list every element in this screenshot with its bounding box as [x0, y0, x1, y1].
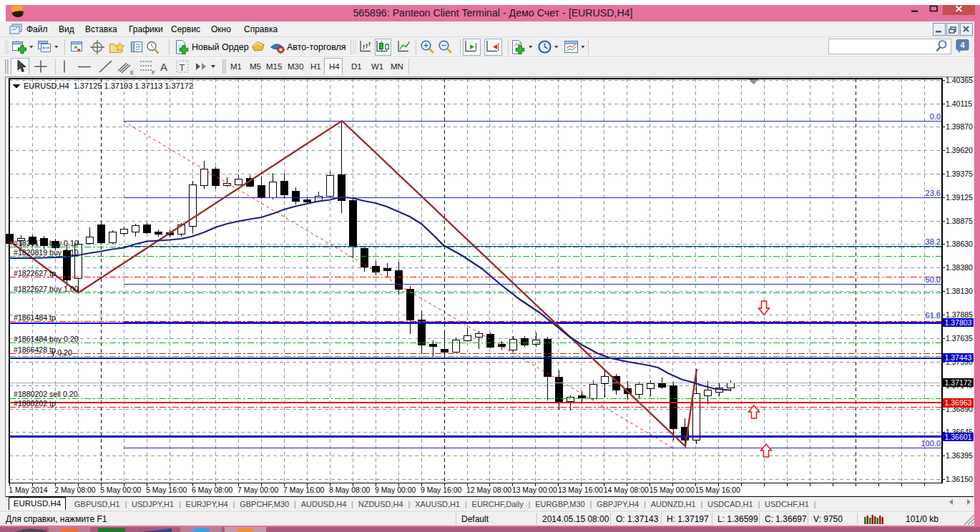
- svg-text:61.8: 61.8: [926, 311, 941, 320]
- svg-text:6 May 08:00: 6 May 08:00: [192, 486, 232, 494]
- svg-text:1.36601: 1.36601: [945, 433, 972, 441]
- svg-text:1.39125: 1.39125: [946, 193, 973, 202]
- svg-text:14 May 08:00: 14 May 08:00: [604, 486, 649, 494]
- svg-text:1.37803: 1.37803: [945, 318, 972, 327]
- svg-text:#1861484 tp: #1861484 tp: [14, 313, 56, 322]
- svg-text:1.38130: 1.38130: [946, 287, 973, 295]
- svg-text:0.0: 0.0: [930, 112, 941, 121]
- svg-text:38.2: 38.2: [926, 237, 941, 246]
- svg-text:23.6: 23.6: [926, 189, 941, 197]
- svg-text:100.0: 100.0: [921, 439, 941, 448]
- svg-text:y 0.20: y 0.20: [52, 348, 72, 357]
- svg-text:1.36150: 1.36150: [946, 475, 973, 483]
- svg-text:5 May 16:00: 5 May 16:00: [146, 486, 187, 494]
- svg-text:1.37172: 1.37172: [945, 378, 972, 387]
- svg-text:1.36395: 1.36395: [946, 451, 973, 460]
- svg-text:#1820176 buy 0.10: #1820176 buy 0.10: [14, 239, 79, 247]
- svg-text:9 May 00:00: 9 May 00:00: [375, 486, 416, 494]
- svg-text:1.37443: 1.37443: [945, 353, 972, 362]
- svg-text:1 May 2014: 1 May 2014: [9, 486, 48, 494]
- svg-text:13 May 00:00: 13 May 00:00: [512, 486, 557, 494]
- svg-text:1.38630: 1.38630: [946, 240, 973, 248]
- svg-text:50.0: 50.0: [926, 275, 941, 284]
- svg-text:M30: M30: [288, 62, 303, 71]
- svg-text:7 May 16:00: 7 May 16:00: [283, 486, 324, 494]
- svg-text:MN: MN: [391, 62, 403, 71]
- svg-text:1.39620: 1.39620: [946, 146, 973, 154]
- svg-text:7 May 00:00: 7 May 00:00: [237, 486, 278, 494]
- svg-text:8 May 08:00: 8 May 08:00: [329, 486, 370, 494]
- svg-text:15 May 16:00: 15 May 16:00: [695, 486, 740, 494]
- svg-text:1.38875: 1.38875: [946, 217, 973, 225]
- svg-text:#1880202 sell 0.20: #1880202 sell 0.20: [14, 390, 78, 398]
- svg-text:15 May 00:00: 15 May 00:00: [650, 486, 695, 494]
- svg-text:1.36963: 1.36963: [945, 398, 972, 407]
- svg-text:#1861484 buy 0.20: #1861484 buy 0.20: [14, 335, 79, 343]
- svg-text:1.39870: 1.39870: [946, 122, 973, 131]
- svg-text:5 May 00:00: 5 May 00:00: [100, 486, 141, 494]
- svg-text:Новый Ордер: Новый Ордер: [192, 42, 249, 52]
- svg-text:9 May 16:00: 9 May 16:00: [421, 486, 461, 494]
- svg-text:4: 4: [960, 41, 965, 49]
- svg-text:H4: H4: [329, 62, 340, 71]
- svg-text:1.38380: 1.38380: [946, 263, 973, 272]
- svg-text:EURUSD,H4 1.37125 1.37193 1.3: EURUSD,H4 1.37125 1.37193 1.37113 1.3717…: [24, 82, 193, 90]
- svg-text:H1: H1: [310, 62, 321, 71]
- svg-text:1.37885: 1.37885: [946, 310, 973, 319]
- svg-text:#1820819 buy 0.10: #1820819 buy 0.10: [14, 248, 79, 257]
- svg-text:1.37635: 1.37635: [946, 334, 973, 343]
- svg-text:A: A: [160, 61, 167, 73]
- svg-text:#1822627 buy 1.00: #1822627 buy 1.00: [14, 285, 79, 293]
- svg-text:Авто-торговля: Авто-торговля: [287, 42, 346, 52]
- svg-text:#1866428 tp: #1866428 tp: [14, 345, 56, 354]
- svg-text:1.40115: 1.40115: [946, 99, 972, 108]
- svg-text:T: T: [180, 62, 185, 73]
- svg-text:#1822627 tp: #1822627 tp: [14, 269, 56, 277]
- svg-text:D1: D1: [351, 62, 362, 71]
- svg-text:1.40365: 1.40365: [946, 76, 973, 84]
- svg-text:M1: M1: [230, 62, 242, 71]
- svg-text:2 May 08:00: 2 May 08:00: [54, 486, 95, 494]
- svg-text:M5: M5: [250, 62, 261, 71]
- svg-text:13 May 16:00: 13 May 16:00: [558, 486, 603, 494]
- svg-text:1.39375: 1.39375: [946, 169, 973, 178]
- svg-text:W1: W1: [371, 62, 383, 71]
- svg-text:12 May 08:00: 12 May 08:00: [466, 486, 511, 494]
- svg-text:M15: M15: [266, 62, 282, 71]
- svg-text:#1880202 tp: #1880202 tp: [14, 399, 56, 408]
